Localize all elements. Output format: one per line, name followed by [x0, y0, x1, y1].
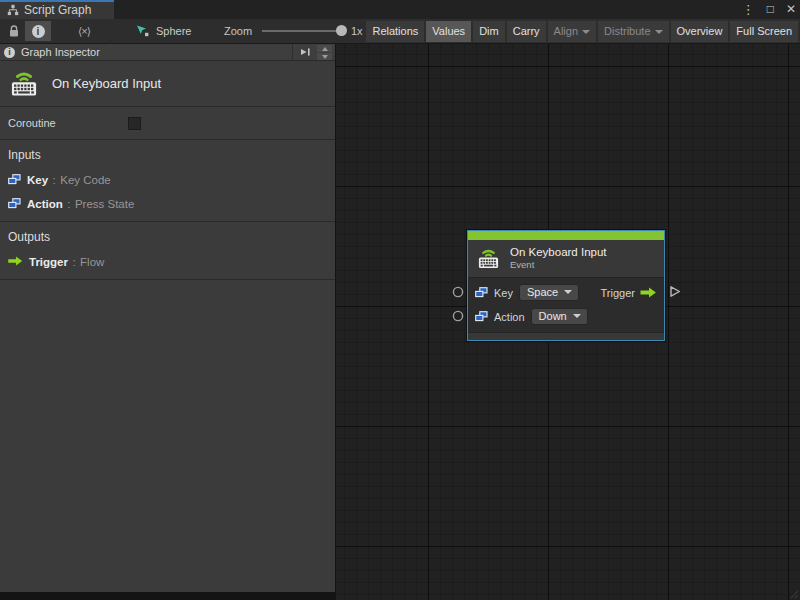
key-dropdown-value: Space [527, 286, 558, 298]
flow-arrow-icon [640, 287, 657, 298]
input-port-row: Action : Press State [8, 191, 327, 215]
tab-script-graph[interactable]: Script Graph [0, 0, 114, 19]
inputs-heading: Inputs [8, 148, 327, 163]
zoom-value: 1x [351, 21, 363, 41]
carry-button[interactable]: Carry [507, 21, 546, 42]
window-close-icon[interactable]: ✕ [786, 0, 796, 19]
inspector-toggle-button[interactable]: i [25, 21, 51, 41]
value-port-icon [475, 311, 488, 322]
tab-title: Script Graph [24, 3, 91, 17]
action-input-port[interactable] [452, 310, 464, 322]
active-tab-highlight [0, 0, 114, 2]
port-name: Action [27, 198, 63, 210]
values-button[interactable]: Values [426, 21, 471, 42]
graph-inspector-panel: i Graph Inspector On Keyboard Input [0, 44, 336, 592]
input-port-row: Key : Key Code [8, 167, 327, 191]
resize-grip-icon[interactable] [789, 589, 799, 599]
value-port-icon [8, 174, 21, 185]
coroutine-row: Coroutine [0, 107, 335, 140]
trigger-output[interactable]: Trigger [601, 287, 657, 299]
inputs-section: Inputs Key : Key Code Action : Press Sta… [0, 140, 335, 222]
dim-button[interactable]: Dim [473, 21, 505, 42]
value-port-icon [475, 287, 488, 298]
triangle-up-icon [322, 47, 328, 51]
port-type: Press State [75, 198, 134, 210]
node-footer [468, 332, 664, 340]
lock-button[interactable] [5, 21, 23, 41]
distribute-dropdown-button[interactable]: Distribute [598, 21, 668, 42]
panel-bottom-edge [0, 592, 336, 600]
window-menu-icon[interactable]: ⋮ [742, 0, 755, 19]
flow-arrow-icon [8, 256, 23, 266]
port-name: Key [27, 174, 48, 186]
chevron-down-icon [564, 290, 572, 294]
node-title: On Keyboard Input [510, 245, 607, 259]
coroutine-checkbox[interactable] [128, 117, 141, 130]
graph-canvas[interactable]: On Keyboard Input Event Key Space [336, 44, 800, 600]
port-label: Action [494, 311, 525, 323]
window-maximize-icon[interactable]: □ [767, 0, 774, 19]
inspector-title: Graph Inspector [21, 46, 100, 58]
chevron-down-icon [582, 30, 590, 34]
dock-panel-icon[interactable] [299, 46, 311, 58]
full-screen-button[interactable]: Full Screen [730, 21, 798, 42]
outputs-section: Outputs Trigger : Flow [0, 222, 335, 280]
graph-hierarchy-icon [7, 4, 19, 16]
triangle-down-icon [322, 55, 328, 59]
scroll-up-button[interactable] [317, 45, 332, 52]
on-keyboard-input-node[interactable]: On Keyboard Input Event Key Space [467, 230, 665, 341]
output-port-row: Trigger : Flow [8, 249, 327, 273]
info-icon: i [4, 47, 15, 58]
unit-title: On Keyboard Input [52, 76, 161, 91]
trigger-output-port[interactable] [669, 285, 681, 298]
port-name: Trigger [29, 256, 68, 268]
node-header[interactable]: On Keyboard Input Event [468, 240, 664, 278]
keyboard-input-icon [8, 69, 40, 98]
toolbar-button-group: Relations Values Dim Carry Align Distrib… [366, 21, 798, 42]
info-icon: i [32, 25, 45, 38]
scroll-down-button[interactable] [317, 53, 332, 60]
graph-toolbar: i ⟨×⟩ Sphere Zoom 1x Relations Values Di… [0, 19, 800, 44]
code-view-button[interactable]: ⟨×⟩ [70, 21, 98, 41]
zoom-slider-handle[interactable] [336, 25, 347, 36]
trigger-label: Trigger [601, 287, 635, 299]
outputs-heading: Outputs [8, 230, 327, 245]
overview-button[interactable]: Overview [671, 21, 729, 42]
window-controls: ⋮ □ ✕ [742, 0, 796, 19]
panel-scroll-spinner [317, 45, 332, 60]
node-subtitle: Event [510, 259, 607, 271]
port-type: Flow [80, 256, 104, 268]
align-dropdown-button[interactable]: Align [548, 21, 596, 42]
zoom-label: Zoom [224, 21, 252, 41]
node-port-row-action: Action Down [475, 306, 657, 327]
keyboard-input-icon [476, 247, 501, 270]
window-tab-bar: Script Graph ⋮ □ ✕ [0, 0, 800, 19]
key-input-port[interactable] [452, 286, 464, 298]
value-port-icon [8, 198, 21, 209]
chevron-down-icon [655, 30, 663, 34]
action-dropdown-value: Down [539, 310, 567, 322]
coroutine-label: Coroutine [8, 117, 56, 129]
lock-icon [8, 24, 20, 38]
port-label: Key [494, 287, 513, 299]
key-dropdown[interactable]: Space [519, 284, 579, 301]
graph-owner-label: Sphere [156, 25, 191, 37]
unit-header: On Keyboard Input [0, 61, 335, 107]
header-separator [292, 44, 293, 61]
script-graph-asset-icon [136, 24, 150, 38]
unity-script-graph-window: Script Graph ⋮ □ ✕ i ⟨×⟩ Sphere Zoom [0, 0, 800, 600]
zoom-slider[interactable] [262, 30, 345, 32]
node-body: Key Space Trigger [468, 278, 664, 332]
graph-reference-breadcrumb[interactable]: Sphere [136, 21, 191, 41]
port-type: Key Code [60, 174, 111, 186]
relations-button[interactable]: Relations [366, 21, 424, 42]
action-dropdown[interactable]: Down [531, 308, 588, 325]
node-port-row-key: Key Space Trigger [475, 282, 657, 303]
chevron-down-icon [573, 314, 581, 318]
node-color-bar [468, 231, 664, 240]
graph-inspector-header: i Graph Inspector [0, 44, 335, 61]
